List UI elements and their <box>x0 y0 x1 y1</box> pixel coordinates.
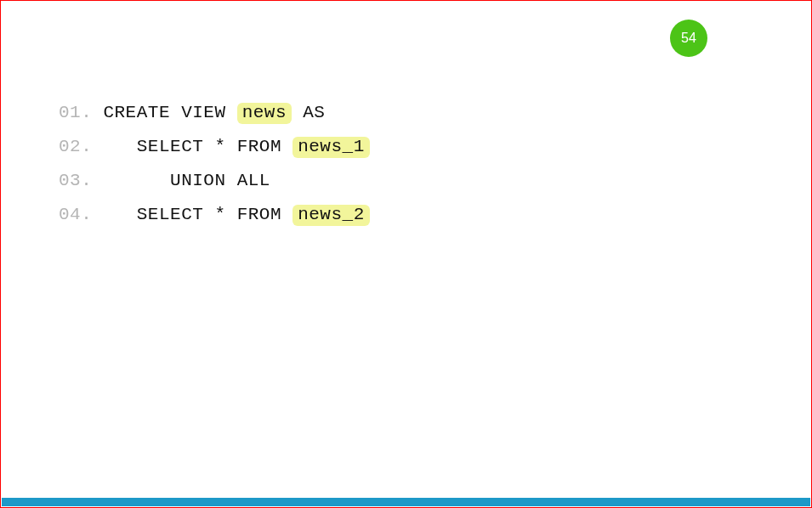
code-line: 02. SELECT * FROM news_1 <box>59 130 370 164</box>
code-highlight: news_2 <box>292 205 370 226</box>
code-text-suffix: AS <box>292 103 325 122</box>
line-number: 01. <box>59 103 92 122</box>
code-line: 03. UNION ALL <box>59 164 370 198</box>
code-text-prefix: SELECT * FROM <box>92 205 292 224</box>
page-number-text: 54 <box>681 31 696 46</box>
bottom-progress-bar <box>2 498 810 506</box>
code-line: 01. CREATE VIEW news AS <box>59 96 370 130</box>
code-text-prefix: CREATE VIEW <box>92 103 236 122</box>
page-number-badge: 54 <box>670 20 707 57</box>
line-number: 04. <box>59 205 92 224</box>
code-highlight: news_1 <box>292 137 370 158</box>
code-text-prefix: UNION ALL <box>92 171 270 190</box>
line-number: 03. <box>59 171 92 190</box>
code-highlight: news <box>237 103 292 124</box>
code-text-prefix: SELECT * FROM <box>92 137 292 156</box>
code-line: 04. SELECT * FROM news_2 <box>59 198 370 232</box>
line-number: 02. <box>59 137 92 156</box>
code-block: 01. CREATE VIEW news AS 02. SELECT * FRO… <box>59 96 370 232</box>
slide-frame: 54 01. CREATE VIEW news AS 02. SELECT * … <box>0 0 812 508</box>
